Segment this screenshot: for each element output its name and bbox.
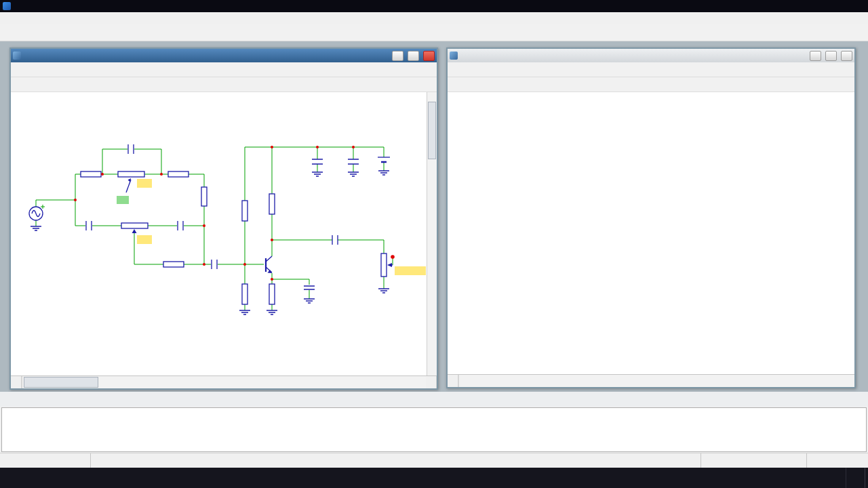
collapse-button[interactable] xyxy=(448,375,458,387)
menu-bar xyxy=(0,12,868,24)
bass-tag-bg xyxy=(137,179,152,188)
status-mode xyxy=(0,453,91,468)
schematic-drawing[interactable] xyxy=(11,92,427,375)
ac-analysis-window xyxy=(446,47,856,388)
resistor-r7-symbol[interactable] xyxy=(242,201,248,221)
capacitor-c2-symbol[interactable] xyxy=(128,144,134,154)
ac-analysis-plot[interactable] xyxy=(448,92,854,374)
schematic-horizontal-scrollbar[interactable] xyxy=(11,376,437,388)
micro-cap-application: { "titlebar":{"title":"Micro-Cap 11.0.1.… xyxy=(0,0,868,488)
plot-canvas[interactable] xyxy=(448,92,854,374)
mdi-area xyxy=(0,41,868,392)
resistor-r8-symbol[interactable] xyxy=(269,194,275,214)
schematic-canvas[interactable] xyxy=(11,92,427,375)
document-tabs xyxy=(0,392,868,407)
resistor-r6-symbol[interactable] xyxy=(242,284,248,304)
scroll-track[interactable] xyxy=(427,102,437,366)
resistor-r1-symbol[interactable] xyxy=(81,171,101,177)
taskbar xyxy=(0,468,868,488)
scroll-track[interactable] xyxy=(458,375,854,387)
schematic-window-titlebar[interactable] xyxy=(11,49,437,62)
scroll-thumb[interactable] xyxy=(428,102,436,159)
schematic-vertical-scrollbar[interactable] xyxy=(427,92,437,375)
status-hint xyxy=(91,453,701,468)
potentiometer-x2-symbol[interactable] xyxy=(121,223,148,233)
plot-toolbar-2 xyxy=(448,77,854,92)
status-grid xyxy=(701,453,807,468)
plot-close-button[interactable] xyxy=(841,51,852,61)
capacitor-c7-symbol[interactable] xyxy=(312,159,323,164)
app-titlebar xyxy=(0,0,868,12)
resistor-r3-symbol[interactable] xyxy=(201,187,207,206)
schematic-close-button[interactable] xyxy=(423,51,435,61)
capacitor-c8-symbol[interactable] xyxy=(332,235,338,245)
resistor-r5-symbol[interactable] xyxy=(269,284,275,304)
scroll-down-icon[interactable] xyxy=(427,366,437,375)
component-symbols[interactable] xyxy=(29,144,393,314)
text-output-panel[interactable] xyxy=(1,407,867,452)
scroll-thumb[interactable] xyxy=(24,377,98,388)
schematic-tags[interactable] xyxy=(117,179,426,275)
capacitor-c6-symbol[interactable] xyxy=(348,159,359,164)
plot-toolbar-1 xyxy=(448,62,854,77)
ac-analysis-titlebar[interactable] xyxy=(448,49,854,62)
ground-symbols xyxy=(31,171,389,314)
x1-setting-bg xyxy=(117,196,129,204)
out-node-dot xyxy=(391,255,395,259)
node-dots xyxy=(74,146,395,281)
ac-analysis-icon xyxy=(450,52,458,60)
schematic-toolbar-2 xyxy=(11,77,437,92)
schematic-document-icon xyxy=(13,52,21,60)
battery-v2-symbol[interactable] xyxy=(378,157,390,162)
app-icon xyxy=(3,2,11,10)
schematic-restore-button[interactable] xyxy=(408,51,419,61)
volume-tag-bg xyxy=(395,266,426,275)
capacitor-c5-symbol[interactable] xyxy=(304,286,315,289)
plot-restore-button[interactable] xyxy=(825,51,837,61)
action-center-icon[interactable] xyxy=(846,468,865,488)
main-toolbar xyxy=(0,24,868,41)
schematic-window xyxy=(9,47,438,390)
capacitor-c3-symbol[interactable] xyxy=(178,221,183,230)
scroll-up-icon[interactable] xyxy=(427,92,437,102)
status-spacer xyxy=(807,453,868,468)
resistor-r2-symbol[interactable] xyxy=(168,171,189,177)
plot-tab-strip xyxy=(448,374,854,387)
resistor-r4-symbol[interactable] xyxy=(163,262,184,267)
treble-tag-bg xyxy=(137,235,152,244)
plot-minimize-button[interactable] xyxy=(810,51,821,61)
capacitor-c1-symbol[interactable] xyxy=(86,221,92,230)
source-v1-symbol[interactable] xyxy=(29,207,43,220)
transistor-q1-symbol[interactable] xyxy=(266,256,272,273)
scroll-track[interactable] xyxy=(22,376,426,388)
schematic-toolbar-1 xyxy=(11,62,437,77)
capacitor-c4-symbol[interactable] xyxy=(212,260,217,269)
scroll-left-icon[interactable] xyxy=(11,376,22,388)
scroll-right-icon[interactable] xyxy=(426,376,437,388)
status-bar xyxy=(0,453,868,468)
schematic-minimize-button[interactable] xyxy=(392,51,403,61)
system-tray xyxy=(824,468,868,488)
show-desktop-button[interactable] xyxy=(865,468,868,488)
schematic-tab-strip xyxy=(11,375,437,388)
